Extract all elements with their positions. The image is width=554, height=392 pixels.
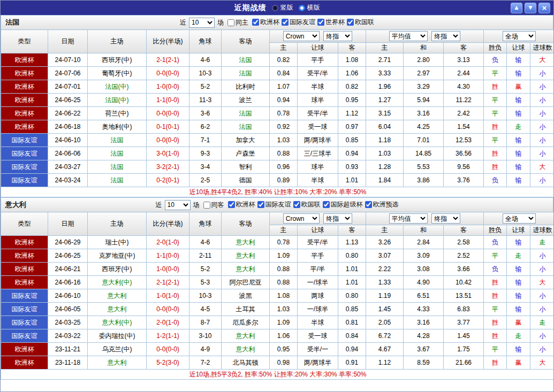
handicap-result-cell: 走 — [507, 120, 530, 134]
final-odds-select[interactable]: 终指 — [323, 31, 352, 41]
bookmaker-select[interactable]: Crown — [283, 213, 320, 224]
score-cell: 0-0(0-0) — [147, 67, 189, 80]
match-count-select[interactable]: 10 — [189, 18, 215, 28]
competition-checkbox[interactable] — [252, 19, 259, 26]
results-table: 类型 日期 主场 比分(半场) 角球 客场 Crown 终指 平均值 终指 — [1, 29, 554, 197]
competition-filter[interactable]: 国际超级杯 — [321, 200, 363, 209]
score-cell: 3-2(2-1) — [147, 160, 189, 174]
away-team-cell: 厄瓜多尔 — [222, 316, 270, 329]
corner-cell: 4-6 — [189, 236, 222, 249]
layout-horizontal-option[interactable]: 横版 — [299, 3, 320, 12]
match-count-select[interactable]: 10 — [165, 200, 191, 210]
ah-line-cell: 两/两球半 — [298, 134, 338, 147]
home-team-cell: 奥地利(中) — [88, 120, 147, 134]
away-team-cell: 意大利 — [222, 263, 270, 276]
titlebar: 近期战绩 竖版 横版 ▲ ▼ × — [1, 1, 553, 15]
result-row: 欧洲杯24-06-29瑞士(中)2-0(1-0)4-6意大利0.78受平/半1.… — [1, 236, 554, 249]
subcol-ah-line: 让球 — [298, 225, 338, 236]
goals-result-cell: 小 — [530, 134, 554, 147]
eu-draw-odds-cell: 3.67 — [404, 343, 444, 356]
away-team-cell: 法国 — [222, 53, 270, 67]
competition-checkbox[interactable] — [317, 19, 324, 26]
same-venue-checkbox[interactable] — [203, 202, 210, 209]
handicap-result-cell: 输 — [507, 236, 530, 249]
same-venue-filter[interactable]: 同主 — [225, 18, 248, 27]
ah-line-cell: 三/三球半 — [298, 147, 338, 160]
away-team-cell: 法国 — [222, 67, 270, 80]
competition-filter[interactable]: 欧洲预选 — [363, 200, 399, 209]
move-up-button[interactable]: ▲ — [511, 3, 522, 13]
final-odds-select-2[interactable]: 终指 — [431, 31, 460, 41]
eu-draw-odds-cell: 4.90 — [404, 276, 444, 289]
result-row: 欧洲杯24-06-21西班牙(中)1-0(0-0)5-2意大利0.88平/半1.… — [1, 263, 554, 276]
summary-row: 近10场,胜4平4负2, 胜率:40% 让胜率:10% 大率:20% 单率:50… — [1, 187, 554, 197]
same-venue-filter[interactable]: 同客 — [201, 201, 224, 210]
date-cell: 24-03-22 — [48, 329, 88, 343]
move-down-button[interactable]: ▼ — [525, 3, 536, 13]
result-row: 国际友谊24-03-22委内瑞拉(中)1-2(1-1)3-10意大利1.06受一… — [1, 329, 554, 343]
bookmaker-select[interactable]: Crown — [283, 31, 320, 41]
competition-checkbox[interactable] — [293, 201, 300, 208]
final-odds-select[interactable]: 终指 — [323, 213, 352, 224]
competition-filter[interactable]: 欧国联 — [345, 18, 374, 27]
competition-checkbox[interactable] — [257, 201, 264, 208]
goals-result-cell: 小 — [530, 263, 554, 276]
eu-home-odds-cell: 1.12 — [366, 356, 404, 370]
competition-checkbox[interactable] — [323, 201, 330, 208]
competition-filter[interactable]: 欧洲杯 — [226, 200, 255, 209]
ah-line-cell: 球半 — [298, 94, 338, 107]
scope-select[interactable]: 全场 — [503, 31, 536, 41]
ah-home-odds-cell: 0.88 — [270, 276, 298, 289]
vertical-radio[interactable] — [272, 5, 278, 11]
date-cell: 24-03-25 — [48, 316, 88, 329]
competition-filter[interactable]: 欧国联 — [291, 200, 321, 209]
result-cell: 平 — [484, 67, 507, 80]
close-button[interactable]: × — [538, 3, 550, 13]
score-cell: 1-2(1-1) — [147, 329, 189, 343]
filter-bar: 近 10 场 同客 欧洲杯国际友谊欧国联国际超级杯欧洲预选 — [1, 200, 553, 210]
ah-home-odds-cell: 0.78 — [270, 107, 298, 120]
home-team-cell: 法国 — [88, 147, 147, 160]
section-header: 法国 近 10 场 同主 欧洲杯国际友谊世界杯欧国联 — [1, 15, 553, 29]
eu-home-odds-cell: 2.71 — [366, 53, 404, 67]
competition-label: 国际超级杯 — [331, 200, 363, 209]
eu-home-odds-cell: 1.45 — [366, 303, 404, 316]
competition-checkbox[interactable] — [365, 201, 372, 208]
result-row: 欧洲杯24-06-22荷兰(中)0-0(0-0)3-6法国0.78受平/半1.1… — [1, 107, 554, 120]
ah-away-odds-cell: 0.85 — [338, 303, 366, 316]
ah-away-odds-cell: 1.13 — [338, 236, 366, 249]
euro-odds-group: 平均值 终指 — [366, 212, 484, 225]
home-team-cell: 荷兰(中) — [88, 107, 147, 120]
ah-line-cell: 平手 — [298, 53, 338, 67]
results-body: 欧洲杯24-07-10西班牙(中)2-1(2-1)4-6法国0.82平手1.08… — [1, 53, 554, 187]
competition-checkbox[interactable] — [228, 201, 235, 208]
average-odds-select[interactable]: 平均值 — [389, 31, 428, 41]
competition-filter[interactable]: 国际友谊 — [255, 200, 291, 209]
horizontal-radio[interactable] — [299, 5, 305, 11]
ah-line-cell: 半球 — [298, 174, 338, 187]
away-team-cell: 意大利 — [222, 329, 270, 343]
subcol-goals: 进球数 — [530, 43, 554, 53]
goals-result-cell: 大 — [530, 276, 554, 289]
window-title: 近期战绩 — [234, 3, 267, 13]
same-venue-checkbox[interactable] — [227, 19, 234, 26]
competition-checkbox[interactable] — [347, 19, 354, 26]
competition-filter[interactable]: 欧洲杯 — [250, 18, 279, 27]
eu-home-odds-cell: 6.72 — [366, 329, 404, 343]
score-cell: 0-0(0-0) — [147, 343, 189, 356]
scope-select[interactable]: 全场 — [503, 213, 536, 224]
average-odds-select[interactable]: 平均值 — [389, 213, 428, 224]
result-cell: 胜 — [484, 289, 507, 303]
competition-filter[interactable]: 世界杯 — [315, 18, 345, 27]
competition-filter[interactable]: 国际友谊 — [279, 18, 315, 27]
home-team-cell: 法国(中) — [88, 94, 147, 107]
competition-label: 欧洲杯 — [236, 200, 255, 209]
competition-checkbox[interactable] — [282, 19, 289, 26]
home-team-cell: 意大利(中) — [88, 276, 147, 289]
section-header: 意大利 近 10 场 同客 欧洲杯国际友谊欧国联国际超级杯欧洲预选 — [1, 197, 553, 212]
final-odds-select-2[interactable]: 终指 — [431, 213, 460, 224]
layout-vertical-option[interactable]: 竖版 — [272, 3, 293, 12]
ah-home-odds-cell: 1.09 — [270, 316, 298, 329]
goals-result-cell: 小 — [530, 329, 554, 343]
eu-draw-odds-cell: 3.16 — [404, 107, 444, 120]
